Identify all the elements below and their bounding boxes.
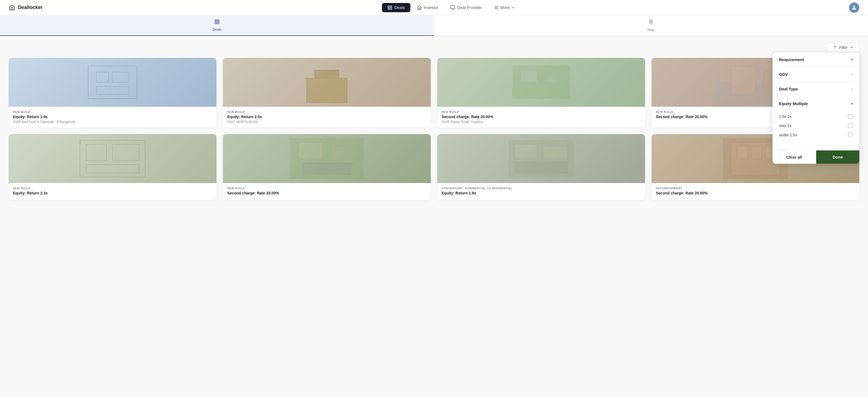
card-type-d103: NEW BUILD xyxy=(227,187,426,190)
svg-rect-9 xyxy=(215,20,217,22)
tab-map[interactable]: Map xyxy=(434,15,868,36)
avatar-icon xyxy=(851,5,857,10)
filter-risk-header[interactable]: Risk › xyxy=(773,144,859,150)
more-icon xyxy=(494,5,499,10)
filter-option-under-1.5x: under 1.5x xyxy=(779,130,853,140)
card-image-d107 xyxy=(223,58,431,107)
filter-requirement-label: Requirement xyxy=(779,57,804,62)
deal-card-d102[interactable]: CONVERSION - COMMERCIAL TO RESIDENTIAL E… xyxy=(437,134,645,200)
filter-clear-button[interactable]: Clear all xyxy=(773,150,816,164)
svg-rect-22 xyxy=(307,78,347,103)
card-title-d106: Second charge: Rate 20.00% xyxy=(442,115,641,119)
filter-gdv-chevron: › xyxy=(851,72,853,77)
chevron-down-icon xyxy=(511,6,515,9)
filter-option-label-over-2x: over 2x xyxy=(779,123,792,128)
svg-rect-25 xyxy=(545,74,557,82)
tab-map-label: Map xyxy=(648,28,654,32)
nav-investor[interactable]: Investor xyxy=(411,3,444,12)
svg-rect-31 xyxy=(113,144,139,161)
filter-section-gdv: GDV › xyxy=(773,67,859,82)
filter-option-label-1.5x-2x: 1.5x-2x xyxy=(779,114,792,119)
svg-rect-44 xyxy=(751,146,762,159)
avatar[interactable] xyxy=(849,2,859,13)
filter-done-button[interactable]: Done xyxy=(816,150,860,164)
card-type-d106: NEW BUILD xyxy=(442,111,641,114)
svg-rect-43 xyxy=(737,146,748,159)
main-content: Filter NEW BUILD Equity: Return 1.9x D10… xyxy=(0,36,868,207)
deal-provider-icon xyxy=(450,5,455,10)
filter-requirement-chevron: ▾ xyxy=(851,58,853,62)
brand-name: Deallocker xyxy=(18,5,42,10)
filter-chevron-icon xyxy=(850,46,854,50)
filter-option-label-under-1.5x: under 1.5x xyxy=(779,133,797,137)
home-icon xyxy=(9,4,15,11)
deal-card-d106[interactable]: NEW BUILD Second charge: Rate 20.00% D10… xyxy=(437,58,645,127)
filter-panel-scroll: Requirement ▾ GDV › Deal Type › xyxy=(773,52,859,150)
card-subtitle-d106: D106 Station Road, Aspatria... xyxy=(442,120,641,124)
card-subtitle-d108: D108 New build in Falmouth - 8 Bungalows xyxy=(13,120,212,124)
nav-deal-provider[interactable]: Deal Provider xyxy=(445,3,488,12)
svg-rect-0 xyxy=(388,6,389,7)
filter-section-risk: Risk › xyxy=(773,144,859,150)
tab-map-icon xyxy=(648,19,654,26)
filter-checkbox-under-1.5x[interactable] xyxy=(848,133,853,137)
filter-option-over-2x: over 2x xyxy=(779,121,853,130)
svg-rect-1 xyxy=(390,6,392,7)
deal-card-d104[interactable]: NEW BUILD Equity: Return 2.3x xyxy=(9,134,216,200)
deal-card-d103[interactable]: NEW BUILD Second charge: Rate 20.00% xyxy=(223,134,431,200)
svg-rect-39 xyxy=(543,146,568,159)
card-type-d102: CONVERSION - COMMERCIAL TO RESIDENTIAL xyxy=(442,187,641,190)
card-body-d103: NEW BUILD Second charge: Rate 20.00% xyxy=(223,183,431,200)
filter-deal-type-label: Deal Type xyxy=(779,87,798,91)
filter-gdv-header[interactable]: GDV › xyxy=(773,67,859,82)
svg-point-13 xyxy=(650,21,652,22)
filter-checkbox-over-2x[interactable] xyxy=(848,123,853,128)
nav-more[interactable]: More xyxy=(489,3,521,12)
card-body-d106: NEW BUILD Second charge: Rate 20.00% D10… xyxy=(437,107,645,127)
svg-rect-30 xyxy=(86,144,106,161)
filter-checkbox-1.5x-2x[interactable] xyxy=(848,114,853,119)
filter-deal-type-header[interactable]: Deal Type › xyxy=(773,82,859,96)
investor-icon xyxy=(417,5,422,10)
deal-card-d108[interactable]: NEW BUILD Equity: Return 1.9x D108 New b… xyxy=(9,58,216,127)
card-title-d107: Equity: Return 2.0x xyxy=(227,115,426,119)
card-type-d107: NEW BUILD xyxy=(227,111,426,114)
svg-point-8 xyxy=(853,5,855,7)
filter-risk-label: Risk xyxy=(779,149,788,150)
card-title-d104: Equity: Return 2.3x xyxy=(13,191,212,195)
card-type-d101: REFURBISHMENT xyxy=(656,187,855,190)
filter-button-label: Filter xyxy=(839,45,848,50)
filter-equity-multiple-chevron: ▾ xyxy=(851,102,853,106)
filter-equity-multiple-header[interactable]: Equity Multiple ▾ xyxy=(773,96,859,111)
filter-equity-options: 1.5x-2x over 2x under 1.5x xyxy=(773,111,859,144)
card-body-d107: NEW BUILD Equity: Return 2.0x D107 HERIT… xyxy=(223,107,431,127)
nav-deals[interactable]: Deals xyxy=(382,3,410,12)
tab-deals[interactable]: Deals xyxy=(0,15,434,36)
card-body-d108: NEW BUILD Equity: Return 1.9x D108 New b… xyxy=(9,107,216,127)
filter-icon xyxy=(833,45,837,50)
filter-requirement-header[interactable]: Requirement ▾ xyxy=(773,52,859,67)
deal-card-d107[interactable]: NEW BUILD Equity: Return 2.0x D107 HERIT… xyxy=(223,58,431,127)
svg-rect-34 xyxy=(299,142,323,159)
filter-panel: Requirement ▾ GDV › Deal Type › xyxy=(773,52,859,164)
filter-button[interactable]: Filter xyxy=(827,42,859,52)
nav-deal-provider-label: Deal Provider xyxy=(457,5,482,10)
filter-section-deal-type: Deal Type › xyxy=(773,82,859,96)
filter-equity-multiple-label: Equity Multiple xyxy=(779,101,808,106)
svg-rect-24 xyxy=(521,70,537,82)
svg-rect-19 xyxy=(113,72,129,83)
svg-rect-40 xyxy=(515,162,568,173)
filter-deal-type-chevron: › xyxy=(851,87,853,91)
svg-rect-12 xyxy=(218,22,219,24)
svg-rect-11 xyxy=(215,22,217,24)
filter-option-1.5x-2x: 1.5x-2x xyxy=(779,112,853,121)
filter-risk-chevron: › xyxy=(851,149,853,150)
card-image-d102 xyxy=(437,134,645,183)
brand[interactable]: Deallocker xyxy=(9,4,42,11)
card-type-d108: NEW BUILD xyxy=(13,111,212,114)
card-image-d106 xyxy=(437,58,645,107)
card-body-d101: REFURBISHMENT Second charge: Rate 20.00% xyxy=(652,183,859,200)
card-image-d108 xyxy=(9,58,216,107)
card-image-d104 xyxy=(9,134,216,183)
filter-section-equity-multiple: Equity Multiple ▾ 1.5x-2x over 2x under … xyxy=(773,96,859,144)
